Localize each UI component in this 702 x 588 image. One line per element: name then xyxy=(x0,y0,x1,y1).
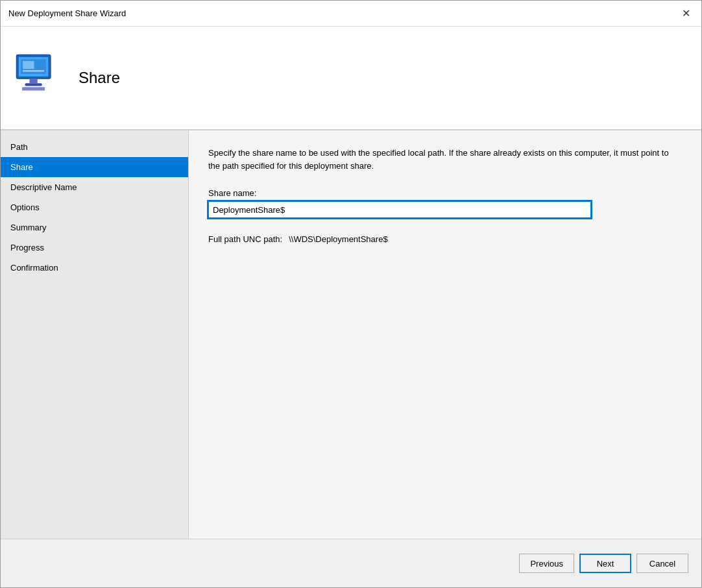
svg-rect-5 xyxy=(23,61,34,69)
unc-path-value: \\WDS\DeploymentShare$ xyxy=(289,234,387,244)
main-content: Specify the share name to be used with t… xyxy=(189,130,701,539)
svg-rect-2 xyxy=(30,79,38,83)
svg-rect-3 xyxy=(25,83,42,86)
sidebar: Path Share Descriptive Name Options Summ… xyxy=(1,130,189,539)
share-name-input[interactable] xyxy=(208,201,591,218)
header-icon xyxy=(14,52,66,104)
previous-button[interactable]: Previous xyxy=(519,554,574,573)
sidebar-item-descriptive-name[interactable]: Descriptive Name xyxy=(1,177,188,197)
unc-path-row: Full path UNC path: \\WDS\DeploymentShar… xyxy=(208,234,682,244)
share-name-label: Share name: xyxy=(208,188,682,198)
sidebar-item-progress[interactable]: Progress xyxy=(1,238,188,258)
sidebar-item-path[interactable]: Path xyxy=(1,137,188,157)
share-name-group: Share name: xyxy=(208,188,682,218)
svg-rect-6 xyxy=(23,70,44,72)
computer-icon xyxy=(14,52,59,97)
sidebar-item-share[interactable]: Share xyxy=(1,157,188,177)
sidebar-item-options[interactable]: Options xyxy=(1,197,188,217)
wizard-window: New Deployment Share Wizard ✕ Shar xyxy=(0,0,702,588)
header-area: Share xyxy=(1,27,701,130)
close-button[interactable]: ✕ xyxy=(678,6,694,21)
svg-rect-7 xyxy=(22,87,45,90)
cancel-button[interactable]: Cancel xyxy=(636,554,688,573)
sidebar-item-confirmation[interactable]: Confirmation xyxy=(1,258,188,278)
description-text: Specify the share name to be used with t… xyxy=(208,147,682,172)
window-title: New Deployment Share Wizard xyxy=(8,8,126,18)
unc-path-label: Full path UNC path: xyxy=(208,234,282,244)
next-button[interactable]: Next xyxy=(579,554,631,573)
content-area: Path Share Descriptive Name Options Summ… xyxy=(1,130,701,539)
footer: Previous Next Cancel xyxy=(1,539,701,587)
title-bar: New Deployment Share Wizard ✕ xyxy=(1,1,701,27)
sidebar-item-summary[interactable]: Summary xyxy=(1,217,188,238)
header-title: Share xyxy=(79,69,120,87)
